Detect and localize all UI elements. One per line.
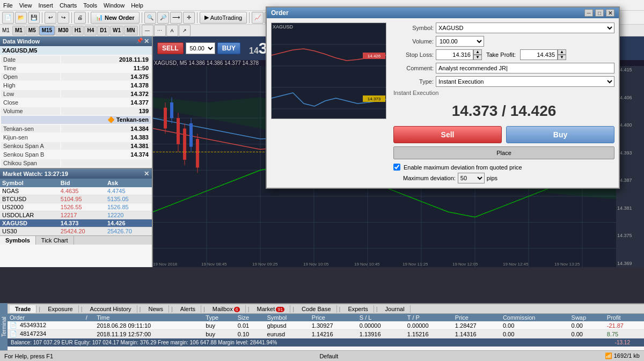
tab-symbols[interactable]: Symbols — [0, 236, 36, 245]
mw-row-usdollar[interactable]: USDOLLAR 12217 12220 — [0, 211, 152, 219]
type-select[interactable]: Instant Execution — [436, 76, 614, 87]
sep6 — [249, 12, 250, 23]
arrow-tool[interactable]: ↗ — [179, 25, 191, 36]
high-label: High — [1, 82, 60, 89]
new-file-btn[interactable]: 📄 — [2, 12, 14, 24]
tab-news[interactable]: News — [143, 305, 169, 313]
take-profit-down[interactable]: ▼ — [558, 55, 566, 60]
menu-help[interactable]: Help — [131, 2, 143, 9]
symbol-select[interactable]: XAGUSD — [436, 23, 614, 33]
market-watch-header: Market Watch: 13:27:19 ✕ — [0, 169, 152, 179]
svg-text:19 Nov 08:45: 19 Nov 08:45 — [201, 262, 227, 267]
new-order-btn[interactable]: 📊 New Order — [91, 12, 140, 24]
mw-row-us30[interactable]: US30 25424.20 25426.70 — [0, 227, 152, 235]
tf-h1[interactable]: H1 — [72, 26, 84, 35]
order-size-1: 0.01 — [236, 321, 265, 330]
status-mode: Default — [319, 353, 338, 359]
dialog-close-btn[interactable]: ✕ — [606, 9, 614, 17]
comment-label: Comment: — [393, 65, 434, 71]
tab-codebase[interactable]: Code Base — [296, 305, 336, 313]
dialog-maximize-btn[interactable]: □ — [595, 9, 604, 17]
menu-insert[interactable]: Insert — [38, 2, 53, 9]
mw-row-btcusd[interactable]: BTCUSD 5104.95 5135.05 — [0, 195, 152, 203]
tab-mailbox[interactable]: Mailbox6 — [207, 305, 246, 313]
dialog-minimize-btn[interactable]: ─ — [584, 9, 593, 17]
comment-input[interactable] — [436, 63, 614, 73]
chart-volume-select[interactable]: 50.00 — [186, 42, 215, 54]
deviation-checkbox[interactable] — [393, 164, 400, 171]
crosshair-btn[interactable]: ✛ — [183, 12, 195, 24]
form-row-comment: Comment: — [393, 63, 614, 73]
menu-window[interactable]: Window — [104, 2, 125, 9]
terminal-side-tab[interactable]: Terminal — [0, 303, 8, 350]
tab-account-history[interactable]: Account History — [85, 305, 137, 313]
tf-w1[interactable]: W1 — [110, 26, 123, 35]
col-price: Price — [310, 314, 357, 321]
take-profit-input[interactable] — [520, 49, 558, 60]
dialog-sell-btn[interactable]: Sell — [393, 126, 502, 143]
price-label-4: 14.393 — [616, 150, 644, 156]
volume-select[interactable]: 100.00 — [436, 36, 484, 47]
open-btn[interactable]: 📂 — [15, 12, 27, 24]
auto-trading-btn[interactable]: ▶ AutoTrading — [200, 12, 247, 24]
text-tool[interactable]: A — [166, 25, 178, 36]
indicators-btn[interactable]: 📈 — [252, 12, 264, 24]
chart-buy-btn[interactable]: BUY — [217, 42, 240, 54]
dialog-buy-btn[interactable]: Buy — [506, 126, 614, 143]
dialog-body: XAGUSD 14.426 14.373 — [267, 18, 619, 188]
tf-m30[interactable]: M30 — [55, 26, 71, 35]
print-btn[interactable]: 🖨 — [74, 12, 86, 24]
terminal: Trade | Exposure | Account History | New… — [8, 303, 644, 350]
tab-exposure[interactable]: Exposure — [42, 305, 78, 313]
stop-loss-down[interactable]: ▼ — [473, 55, 482, 60]
menu-view[interactable]: View — [19, 2, 32, 9]
mini-chart-svg: 14.426 14.373 — [272, 23, 386, 119]
chart-zoom-btn[interactable]: 🔍 — [144, 12, 156, 24]
close-label: Close — [1, 99, 60, 106]
order-row-1[interactable]: 📄 45349312 2018.06.28 09:11:10 buy 0.01 … — [8, 321, 644, 330]
tf-m1[interactable]: M1 — [12, 26, 25, 35]
tab-alerts[interactable]: Alerts — [175, 305, 201, 313]
save-btn[interactable]: 💾 — [28, 12, 40, 24]
menu-file[interactable]: File — [3, 2, 13, 9]
menu-charts[interactable]: Charts — [60, 2, 77, 9]
place-btn[interactable]: Place — [393, 146, 614, 159]
mw-row-us2000[interactable]: US2000 1526.55 1526.85 — [0, 203, 152, 211]
line-tool[interactable]: — — [142, 25, 153, 36]
tab-trade[interactable]: Trade — [10, 305, 36, 313]
tf-h4[interactable]: H4 — [84, 26, 97, 35]
take-profit-up[interactable]: ▲ — [558, 49, 566, 55]
menu-tools[interactable]: Tools — [83, 2, 97, 9]
tf-m5[interactable]: M5 — [26, 26, 39, 35]
deviation-label: Enable maximum deviation from quoted pri… — [404, 164, 522, 171]
tab-journal[interactable]: Journal — [380, 305, 411, 313]
data-window-pin[interactable]: 📌 — [136, 38, 143, 45]
tab-sep9: | — [376, 306, 378, 312]
redo-btn[interactable]: ↪ — [57, 12, 69, 24]
order-row-2[interactable]: 📄 48147234 2018.11.19 12:57:00 buy 0.10 … — [8, 330, 644, 338]
data-window-close[interactable]: ✕ — [144, 38, 149, 45]
instant-exec-label: Instant Execution — [393, 90, 614, 96]
mw-row-xagusd[interactable]: XAGUSD 14.373 14.426 — [0, 219, 152, 227]
market-watch-close[interactable]: ✕ — [144, 170, 149, 178]
tab-tick-chart[interactable]: Tick Chart — [36, 236, 74, 245]
chart-zoom-out-btn[interactable]: 🔎 — [157, 12, 169, 24]
tab-market[interactable]: Market91 — [252, 305, 291, 313]
undo-btn[interactable]: ↩ — [45, 12, 56, 24]
market-watch: Market Watch: 13:27:19 ✕ Symbol Bid Ask … — [0, 169, 152, 267]
stop-loss-up[interactable]: ▲ — [473, 49, 482, 55]
stop-loss-input[interactable] — [436, 49, 473, 60]
kijun-label: Kijun-sen — [1, 134, 60, 141]
mw-row-ngas[interactable]: NGAS 4.4635 4.4745 — [0, 187, 152, 195]
chikou-value — [61, 159, 151, 167]
hline-tool[interactable]: ⋯ — [154, 25, 166, 36]
tf-d1[interactable]: D1 — [97, 26, 109, 35]
chart-sell-btn[interactable]: SELL — [157, 42, 184, 54]
tf-mn[interactable]: MN — [124, 26, 138, 35]
deviation-value-select[interactable]: 50 — [458, 173, 485, 183]
tab-experts[interactable]: Experts — [342, 305, 374, 313]
col-type: Type — [203, 314, 235, 321]
tf-m15[interactable]: M15 — [39, 26, 55, 35]
scroll-right-btn[interactable]: ⟶ — [170, 12, 182, 24]
time-label: Time — [1, 64, 60, 72]
